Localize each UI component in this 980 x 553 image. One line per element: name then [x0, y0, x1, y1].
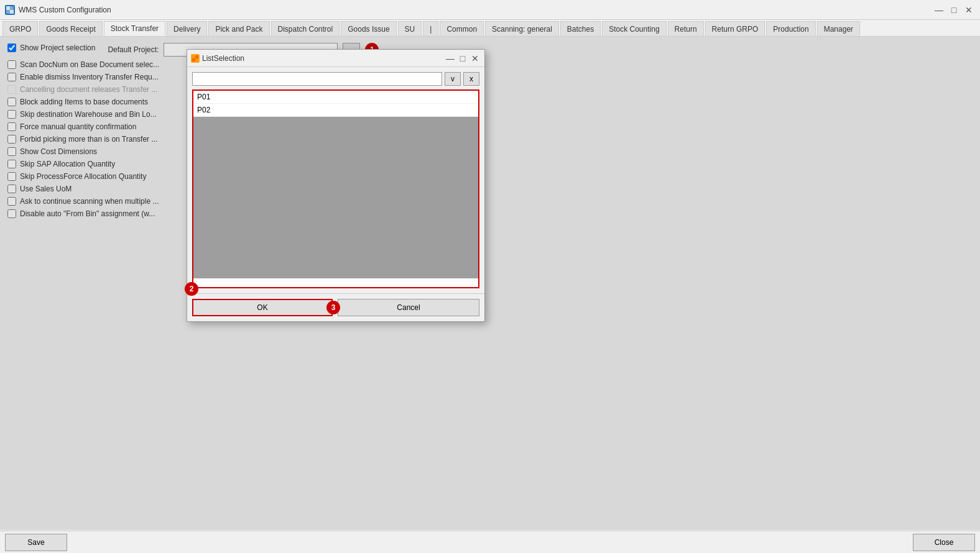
tab-bar: GRPO Goods Receipt Stock Transfer Delive…: [0, 20, 980, 37]
list-item-p01[interactable]: P01: [193, 91, 478, 104]
window-title: WMS Custom Configuration: [19, 6, 111, 14]
tab-common[interactable]: Common: [440, 21, 484, 36]
dialog-titlebar-left: ListSelection: [191, 54, 244, 63]
tab-pick-and-pack[interactable]: Pick and Pack: [208, 21, 269, 36]
tab-su[interactable]: SU: [398, 21, 422, 36]
tab-grpo[interactable]: GRPO: [2, 21, 38, 36]
svg-rect-6: [192, 58, 195, 62]
save-button[interactable]: Save: [5, 534, 67, 551]
dialog-title-controls: — □ ✕: [445, 53, 481, 64]
minimize-button[interactable]: —: [933, 4, 945, 16]
dialog-list-container: P01 P02 2: [192, 89, 479, 288]
modal-overlay: [0, 37, 980, 530]
dialog-minimize-button[interactable]: —: [445, 53, 456, 64]
dialog-cancel-button[interactable]: Cancel: [338, 299, 479, 316]
tab-stock-transfer[interactable]: Stock Transfer: [104, 21, 165, 36]
bottom-bar: Save Close: [0, 531, 980, 553]
svg-rect-2: [6, 10, 10, 14]
tab-scanning-general[interactable]: Scanning: general: [485, 21, 559, 36]
dialog-titlebar: ListSelection — □ ✕: [187, 50, 484, 67]
tab-goods-receipt[interactable]: Goods Receipt: [39, 21, 102, 36]
dialog-maximize-button[interactable]: □: [457, 53, 468, 64]
tab-production[interactable]: Production: [766, 21, 815, 36]
close-button[interactable]: Close: [913, 534, 975, 551]
svg-rect-4: [192, 55, 195, 58]
dialog-body: v x P01 P02 2: [187, 67, 484, 293]
step-badge-2: 2: [185, 282, 198, 296]
dialog-search-input[interactable]: [192, 72, 442, 86]
tab-return-grpo[interactable]: Return GRPO: [705, 21, 765, 36]
tab-batches[interactable]: Batches: [560, 21, 601, 36]
tab-manager[interactable]: Manager: [817, 21, 860, 36]
maximize-button[interactable]: □: [948, 4, 960, 16]
svg-rect-1: [10, 6, 14, 10]
tab-goods-issue[interactable]: Goods Issue: [341, 21, 396, 36]
title-bar-left: WMS Custom Configuration: [5, 5, 111, 15]
dialog-footer: OK 3 Cancel: [187, 293, 484, 321]
dialog-v-button[interactable]: v: [445, 72, 461, 86]
app-icon: [5, 5, 15, 15]
list-item-p02[interactable]: P02: [193, 104, 478, 117]
window-controls: — □ ✕: [933, 4, 975, 16]
tab-delivery[interactable]: Delivery: [167, 21, 207, 36]
title-bar: WMS Custom Configuration — □ ✕: [0, 0, 980, 20]
tab-separator[interactable]: |: [423, 21, 438, 36]
dialog-close-button[interactable]: ✕: [469, 53, 481, 64]
svg-rect-3: [10, 10, 14, 14]
close-window-button[interactable]: ✕: [963, 4, 975, 16]
tab-stock-counting[interactable]: Stock Counting: [602, 21, 666, 36]
dialog-list[interactable]: P01 P02: [192, 89, 479, 288]
dialog-app-icon: [191, 54, 200, 63]
tab-return[interactable]: Return: [668, 21, 704, 36]
tab-dispatch-control[interactable]: Dispatch Control: [271, 21, 340, 36]
dialog-title: ListSelection: [202, 54, 244, 63]
ok-btn-container: OK 3: [192, 299, 333, 316]
step-badge-3: 3: [326, 301, 340, 314]
svg-rect-0: [6, 6, 10, 10]
main-content: Show Project selection Default Project: …: [0, 37, 980, 530]
svg-rect-7: [195, 58, 198, 62]
dialog-search-row: v x: [192, 72, 479, 86]
list-empty-area: [193, 117, 478, 278]
dialog-ok-button[interactable]: OK: [192, 299, 333, 316]
svg-rect-5: [195, 55, 198, 58]
dialog-x-button[interactable]: x: [463, 72, 479, 86]
list-selection-dialog: ListSelection — □ ✕ v x P01: [187, 49, 485, 322]
